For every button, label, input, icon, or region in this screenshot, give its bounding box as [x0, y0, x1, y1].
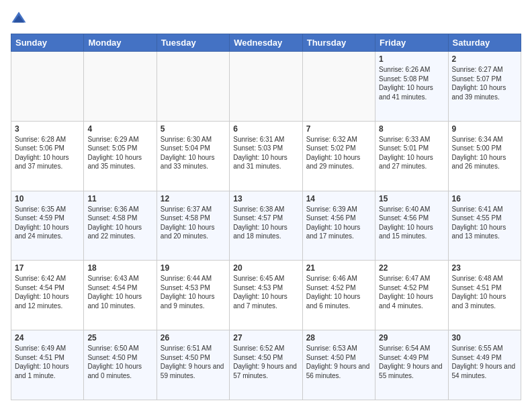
calendar-week-row: 24Sunrise: 6:49 AM Sunset: 4:51 PM Dayli… [11, 330, 521, 400]
calendar-cell: 1Sunrise: 6:26 AM Sunset: 5:08 PM Daylig… [375, 52, 448, 122]
day-info: Sunrise: 6:37 AM Sunset: 4:58 PM Dayligh… [161, 205, 226, 241]
calendar-cell [302, 52, 375, 122]
day-number: 23 [452, 263, 517, 273]
day-info: Sunrise: 6:53 AM Sunset: 4:50 PM Dayligh… [306, 344, 371, 380]
calendar-cell [11, 52, 84, 122]
day-info: Sunrise: 6:43 AM Sunset: 4:54 PM Dayligh… [87, 274, 152, 310]
day-number: 18 [87, 263, 152, 273]
day-info: Sunrise: 6:55 AM Sunset: 4:49 PM Dayligh… [452, 344, 517, 380]
day-number: 8 [379, 124, 444, 134]
day-number: 14 [306, 194, 371, 203]
calendar-week-row: 17Sunrise: 6:42 AM Sunset: 4:54 PM Dayli… [11, 261, 521, 330]
day-number: 1 [379, 54, 444, 64]
day-info: Sunrise: 6:30 AM Sunset: 5:04 PM Dayligh… [161, 135, 226, 171]
day-number: 11 [87, 194, 152, 203]
calendar-cell: 22Sunrise: 6:47 AM Sunset: 4:52 PM Dayli… [375, 261, 448, 330]
day-info: Sunrise: 6:26 AM Sunset: 5:08 PM Dayligh… [379, 65, 444, 101]
weekday-header-wednesday: Wednesday [230, 34, 302, 52]
day-number: 20 [233, 263, 298, 273]
calendar-cell: 27Sunrise: 6:52 AM Sunset: 4:50 PM Dayli… [230, 330, 302, 400]
calendar-cell: 25Sunrise: 6:50 AM Sunset: 4:50 PM Dayli… [84, 330, 157, 400]
day-info: Sunrise: 6:49 AM Sunset: 4:51 PM Dayligh… [15, 344, 80, 380]
day-number: 27 [233, 333, 298, 342]
day-number: 13 [233, 194, 298, 203]
calendar-cell: 18Sunrise: 6:43 AM Sunset: 4:54 PM Dayli… [84, 261, 157, 330]
calendar-cell: 14Sunrise: 6:39 AM Sunset: 4:56 PM Dayli… [302, 191, 375, 261]
day-number: 19 [161, 263, 226, 273]
day-number: 15 [379, 194, 444, 203]
calendar-cell: 29Sunrise: 6:54 AM Sunset: 4:49 PM Dayli… [375, 330, 448, 400]
calendar-cell: 17Sunrise: 6:42 AM Sunset: 4:54 PM Dayli… [11, 261, 84, 330]
calendar-week-row: 10Sunrise: 6:35 AM Sunset: 4:59 PM Dayli… [11, 191, 521, 261]
calendar-week-row: 1Sunrise: 6:26 AM Sunset: 5:08 PM Daylig… [11, 52, 521, 122]
day-info: Sunrise: 6:33 AM Sunset: 5:01 PM Dayligh… [379, 135, 444, 171]
weekday-header-row: SundayMondayTuesdayWednesdayThursdayFrid… [11, 34, 521, 52]
calendar-cell: 9Sunrise: 6:34 AM Sunset: 5:00 PM Daylig… [448, 121, 521, 191]
day-number: 22 [379, 263, 444, 273]
weekday-header-monday: Monday [84, 34, 157, 52]
day-number: 16 [452, 194, 517, 203]
day-number: 7 [306, 124, 371, 134]
calendar-cell: 23Sunrise: 6:48 AM Sunset: 4:51 PM Dayli… [448, 261, 521, 330]
day-info: Sunrise: 6:51 AM Sunset: 4:50 PM Dayligh… [161, 344, 226, 380]
calendar-cell: 12Sunrise: 6:37 AM Sunset: 4:58 PM Dayli… [157, 191, 229, 261]
calendar-cell [84, 52, 157, 122]
calendar-cell: 15Sunrise: 6:40 AM Sunset: 4:56 PM Dayli… [375, 191, 448, 261]
calendar-cell: 3Sunrise: 6:28 AM Sunset: 5:06 PM Daylig… [11, 121, 84, 191]
day-number: 2 [452, 54, 517, 64]
day-info: Sunrise: 6:36 AM Sunset: 4:58 PM Dayligh… [87, 205, 152, 241]
calendar-cell: 30Sunrise: 6:55 AM Sunset: 4:49 PM Dayli… [448, 330, 521, 400]
calendar-cell [157, 52, 229, 122]
day-info: Sunrise: 6:38 AM Sunset: 4:57 PM Dayligh… [233, 205, 298, 241]
calendar-cell: 8Sunrise: 6:33 AM Sunset: 5:01 PM Daylig… [375, 121, 448, 191]
day-info: Sunrise: 6:46 AM Sunset: 4:52 PM Dayligh… [306, 274, 371, 310]
page: SundayMondayTuesdayWednesdayThursdayFrid… [0, 0, 532, 411]
header [11, 11, 521, 27]
day-info: Sunrise: 6:42 AM Sunset: 4:54 PM Dayligh… [15, 274, 80, 310]
day-number: 12 [161, 194, 226, 203]
day-info: Sunrise: 6:34 AM Sunset: 5:00 PM Dayligh… [452, 135, 517, 171]
day-number: 17 [15, 263, 80, 273]
day-info: Sunrise: 6:39 AM Sunset: 4:56 PM Dayligh… [306, 205, 371, 241]
calendar-cell: 7Sunrise: 6:32 AM Sunset: 5:02 PM Daylig… [302, 121, 375, 191]
weekday-header-sunday: Sunday [11, 34, 84, 52]
day-info: Sunrise: 6:54 AM Sunset: 4:49 PM Dayligh… [379, 344, 444, 380]
calendar-cell [230, 52, 302, 122]
calendar-week-row: 3Sunrise: 6:28 AM Sunset: 5:06 PM Daylig… [11, 121, 521, 191]
day-number: 30 [452, 333, 517, 342]
weekday-header-saturday: Saturday [448, 34, 521, 52]
calendar-cell: 6Sunrise: 6:31 AM Sunset: 5:03 PM Daylig… [230, 121, 302, 191]
day-info: Sunrise: 6:50 AM Sunset: 4:50 PM Dayligh… [87, 344, 152, 380]
day-info: Sunrise: 6:28 AM Sunset: 5:06 PM Dayligh… [15, 135, 80, 171]
day-number: 21 [306, 263, 371, 273]
weekday-header-thursday: Thursday [302, 34, 375, 52]
calendar-cell: 16Sunrise: 6:41 AM Sunset: 4:55 PM Dayli… [448, 191, 521, 261]
calendar-cell: 19Sunrise: 6:44 AM Sunset: 4:53 PM Dayli… [157, 261, 229, 330]
calendar-table: SundayMondayTuesdayWednesdayThursdayFrid… [11, 34, 521, 400]
calendar-cell: 2Sunrise: 6:27 AM Sunset: 5:07 PM Daylig… [448, 52, 521, 122]
day-info: Sunrise: 6:45 AM Sunset: 4:53 PM Dayligh… [233, 274, 298, 310]
day-info: Sunrise: 6:47 AM Sunset: 4:52 PM Dayligh… [379, 274, 444, 310]
day-number: 25 [87, 333, 152, 342]
day-number: 5 [161, 124, 226, 134]
day-number: 6 [233, 124, 298, 134]
day-number: 28 [306, 333, 371, 342]
calendar-cell: 28Sunrise: 6:53 AM Sunset: 4:50 PM Dayli… [302, 330, 375, 400]
day-info: Sunrise: 6:27 AM Sunset: 5:07 PM Dayligh… [452, 65, 517, 101]
day-info: Sunrise: 6:44 AM Sunset: 4:53 PM Dayligh… [161, 274, 226, 310]
calendar-cell: 20Sunrise: 6:45 AM Sunset: 4:53 PM Dayli… [230, 261, 302, 330]
day-number: 9 [452, 124, 517, 134]
day-number: 3 [15, 124, 80, 134]
day-info: Sunrise: 6:40 AM Sunset: 4:56 PM Dayligh… [379, 205, 444, 241]
day-number: 10 [15, 194, 80, 203]
day-number: 29 [379, 333, 444, 342]
calendar-cell: 11Sunrise: 6:36 AM Sunset: 4:58 PM Dayli… [84, 191, 157, 261]
calendar-cell: 13Sunrise: 6:38 AM Sunset: 4:57 PM Dayli… [230, 191, 302, 261]
calendar-cell: 4Sunrise: 6:29 AM Sunset: 5:05 PM Daylig… [84, 121, 157, 191]
day-info: Sunrise: 6:48 AM Sunset: 4:51 PM Dayligh… [452, 274, 517, 310]
day-info: Sunrise: 6:31 AM Sunset: 5:03 PM Dayligh… [233, 135, 298, 171]
day-number: 4 [87, 124, 152, 134]
logo-icon [11, 11, 27, 27]
calendar-cell: 10Sunrise: 6:35 AM Sunset: 4:59 PM Dayli… [11, 191, 84, 261]
day-info: Sunrise: 6:35 AM Sunset: 4:59 PM Dayligh… [15, 205, 80, 241]
